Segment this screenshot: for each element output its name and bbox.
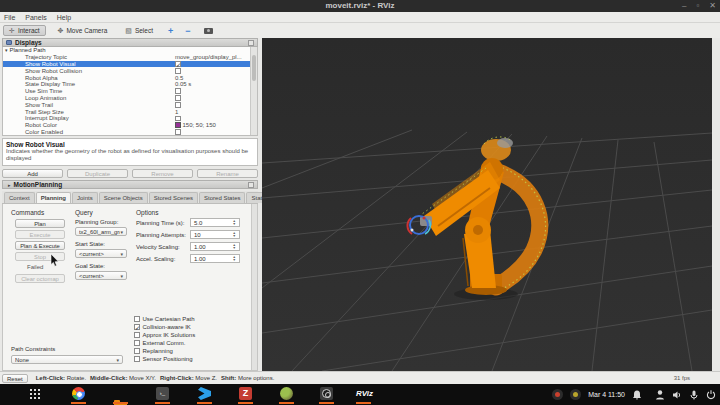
path-constraints-select[interactable]: None▾ (11, 355, 123, 364)
minimize-button[interactable]: – (682, 2, 686, 10)
checkbox-checked-icon[interactable] (175, 61, 181, 67)
gimp-icon[interactable] (280, 387, 293, 400)
maximize-button[interactable]: ▫ (696, 2, 699, 10)
trajectory-topic-value[interactable]: move_group/display_pl... (175, 54, 242, 60)
interact-tool-button[interactable]: ✛ Interact (3, 25, 46, 36)
checkbox-icon[interactable] (175, 116, 181, 122)
tree-row[interactable]: Robot Color 150; 50; 150 (3, 122, 250, 129)
end-effector-interactive-marker[interactable] (407, 216, 432, 234)
tree-row[interactable]: Show Trail (3, 101, 250, 108)
microphone-icon[interactable] (689, 389, 699, 401)
displays-panel-header[interactable]: Displays (2, 38, 258, 47)
state-display-time-value[interactable]: 0.05 s (175, 81, 191, 87)
displays-panel-float-button[interactable] (248, 40, 254, 46)
start-state-select[interactable]: <current>▾ (75, 249, 127, 258)
checkbox-icon[interactable] (175, 68, 181, 74)
approx-ik-solutions-checkbox[interactable]: Approx IK Solutions (134, 332, 195, 338)
path-constraints-label: Path Constraints (11, 346, 55, 352)
rviz-3d-viewport[interactable] (262, 38, 712, 371)
displays-scrollbar[interactable] (250, 47, 257, 135)
checkbox-icon[interactable] (175, 95, 181, 101)
camera-tool-icon[interactable] (204, 28, 213, 34)
spinner-arrows-icon[interactable]: ▲▼ (233, 220, 236, 226)
planning-time-label: Planning Time (s): (136, 220, 184, 226)
trail-step-size-value[interactable]: 1 (175, 109, 178, 115)
use-cartesian-path-checkbox[interactable]: Use Cartesian Path (134, 316, 195, 322)
motion-planning-panel: ▸ MotionPlanning Context Planning Joints… (2, 180, 258, 371)
tree-row[interactable]: Loop Animation (3, 95, 250, 102)
indicator-status-icon[interactable] (570, 389, 581, 400)
measure-icon[interactable]: − (182, 26, 193, 36)
motion-planning-close-button[interactable] (248, 182, 254, 188)
tab-stored-states[interactable]: Stored States (199, 192, 245, 203)
clear-octomap-button[interactable]: Clear octomap (15, 274, 65, 283)
tree-row-planned-path[interactable]: ▾ Planned Path (3, 47, 250, 54)
spinner-arrows-icon[interactable]: ▲▼ (233, 256, 236, 262)
app-grid-icon[interactable] (30, 389, 32, 391)
tree-row[interactable]: Interrupt Display (3, 115, 250, 122)
chrome-icon[interactable] (72, 387, 85, 400)
power-icon[interactable] (706, 389, 716, 401)
notification-bell-icon[interactable] (632, 389, 642, 401)
motion-planning-scrollbar[interactable] (251, 204, 257, 370)
tree-row[interactable]: State Display Time 0.05 s (3, 81, 250, 88)
accel-scaling-spinbox[interactable]: 1.00 ▲▼ (190, 254, 240, 263)
planning-group-select[interactable]: tx2_60l_arm_group▾ (75, 227, 127, 236)
rename-display-button[interactable]: Rename (197, 169, 258, 178)
motion-planning-header[interactable]: ▸ MotionPlanning (2, 180, 258, 189)
sensor-positioning-checkbox[interactable]: Sensor Positioning (134, 356, 193, 362)
robot-alpha-value[interactable]: 0.5 (175, 75, 183, 81)
checkbox-icon[interactable] (175, 102, 181, 108)
robot-color-value[interactable]: 150; 50; 150 (183, 122, 216, 128)
execute-button[interactable]: Execute (15, 230, 65, 239)
tree-row-selected[interactable]: Show Robot Visual (3, 61, 250, 68)
tree-row[interactable]: Show Robot Collision (3, 67, 250, 74)
goal-state-select[interactable]: <current>▾ (75, 271, 127, 280)
tree-row[interactable]: Use Sim Time (3, 88, 250, 95)
duplicate-display-button[interactable]: Duplicate (67, 169, 128, 178)
spinner-arrows-icon[interactable]: ▲▼ (233, 244, 236, 250)
tab-scene-objects[interactable]: Scene Objects (99, 192, 148, 203)
user-icon[interactable] (655, 389, 665, 401)
checkbox-icon[interactable] (175, 129, 181, 135)
replanning-checkbox[interactable]: Replanning (134, 348, 173, 354)
menu-panels[interactable]: Panels (25, 14, 46, 21)
vscode-icon[interactable] (198, 387, 211, 400)
focus-camera-icon[interactable]: + (165, 26, 176, 36)
collision-aware-ik-checkbox[interactable]: Collision-aware IK (134, 324, 191, 330)
menu-file[interactable]: File (4, 14, 15, 21)
tree-row[interactable]: Robot Alpha 0.5 (3, 74, 250, 81)
volume-icon[interactable] (672, 389, 682, 401)
tree-row[interactable]: Trajectory Topic move_group/display_pl..… (3, 54, 250, 61)
clock[interactable]: Mar 4 11:50 (588, 391, 625, 398)
recording-status-icon[interactable] (552, 389, 563, 400)
reset-button[interactable]: Reset (2, 374, 28, 383)
plan-and-execute-button[interactable]: Plan & Execute (15, 241, 65, 250)
tree-row[interactable]: Trail Step Size 1 (3, 108, 250, 115)
menu-help[interactable]: Help (57, 14, 71, 21)
close-button[interactable]: ✕ (709, 2, 716, 10)
plan-button[interactable]: Plan (15, 219, 65, 228)
tab-joints[interactable]: Joints (72, 192, 98, 203)
tree-row[interactable]: Color Enabled (3, 129, 250, 136)
external-comm-checkbox[interactable]: External Comm. (134, 340, 186, 346)
planning-time-spinbox[interactable]: 5.0 ▲▼ (190, 218, 240, 227)
tab-planning[interactable]: Planning (36, 192, 71, 203)
planning-attempts-spinbox[interactable]: 10 ▲▼ (190, 230, 240, 239)
spinner-arrows-icon[interactable]: ▲▼ (233, 232, 236, 238)
panel-expand-icon[interactable]: ▸ (8, 182, 11, 188)
remove-display-button[interactable]: Remove (132, 169, 193, 178)
checkbox-icon[interactable] (175, 88, 181, 94)
tab-stored-scenes[interactable]: Stored Scenes (149, 192, 198, 203)
add-display-button[interactable]: Add (2, 169, 63, 178)
move-camera-tool-button[interactable]: ✥ Move Camera (52, 25, 114, 36)
terminal-icon[interactable]: ›_ (156, 387, 169, 400)
tab-context[interactable]: Context (4, 192, 35, 203)
rviz-taskbar-icon[interactable]: RViz (356, 387, 373, 400)
select-tool-button[interactable]: ▧ Select (119, 25, 159, 36)
planning-tab-content: Commands Plan Execute Plan & Execute Sto… (2, 204, 258, 371)
motion-planning-tabs: Context Planning Joints Scene Objects St… (2, 191, 258, 204)
velocity-scaling-spinbox[interactable]: 1.00 ▲▼ (190, 242, 240, 251)
obs-icon[interactable] (320, 387, 333, 400)
zotero-icon[interactable]: Z (239, 387, 252, 400)
